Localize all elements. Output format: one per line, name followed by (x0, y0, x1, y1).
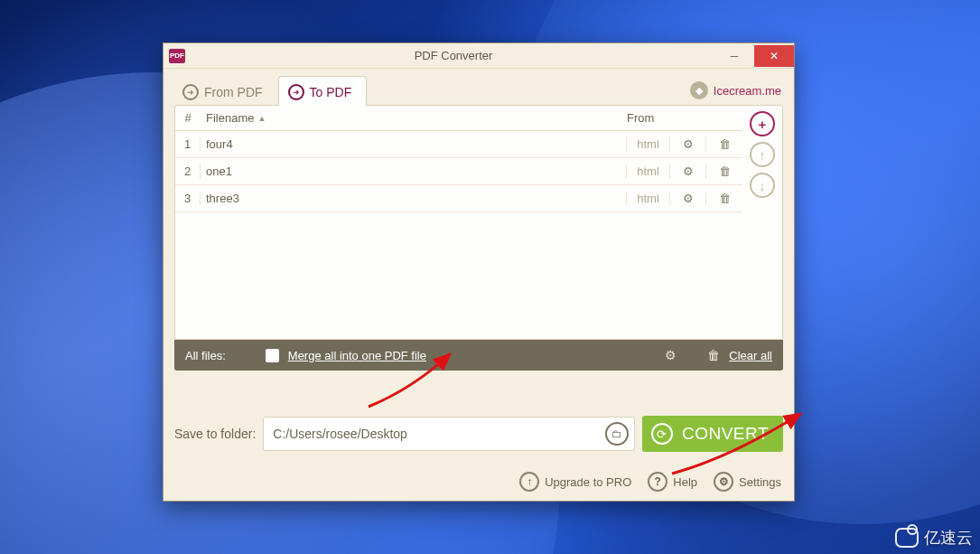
table-row[interactable]: 1 four4 html ⚙ 🗑 (175, 131, 742, 158)
icecream-label: Icecream.me (714, 84, 781, 98)
row-number: 1 (175, 137, 201, 151)
upgrade-button[interactable]: ↑ Upgrade to PRO (519, 472, 631, 492)
convert-icon: ⟳ (651, 423, 673, 445)
row-settings-button[interactable]: ⚙ (670, 137, 706, 151)
all-files-label: All files: (185, 349, 226, 362)
row-delete-button[interactable]: 🗑 (706, 164, 742, 178)
arrow-down-icon: ↓ (759, 178, 766, 193)
merge-label[interactable]: Merge all into one PDF file (288, 349, 426, 362)
arrow-up-icon: ↑ (519, 472, 539, 492)
question-icon: ? (648, 472, 667, 492)
side-buttons: + ↑ ↓ (742, 106, 782, 339)
save-label: Save to folder: (174, 427, 256, 441)
row-delete-button[interactable]: 🗑 (706, 137, 742, 151)
gear-icon: ⚙ (683, 137, 694, 151)
convert-label: CONVERT (682, 424, 769, 444)
file-list-frame: # Filename ▲ From 1 four4 html ⚙ 🗑 (174, 105, 783, 340)
to-pdf-icon: ➜ (288, 84, 304, 100)
settings-button[interactable]: ⚙ Settings (714, 472, 781, 492)
icecream-link[interactable]: ◆ Icecream.me (690, 81, 781, 99)
move-down-button[interactable]: ↓ (750, 173, 775, 198)
row-number: 3 (175, 192, 201, 205)
pdf-converter-window: PDF PDF Converter ─ ✕ ➜ From PDF ➜ To PD… (163, 42, 795, 502)
clear-all-button[interactable]: Clear all (729, 349, 772, 362)
save-path-input[interactable]: C:/Users/rosee/Desktop 🗀 (263, 417, 635, 451)
close-button[interactable]: ✕ (754, 45, 794, 67)
trash-icon: 🗑 (719, 164, 731, 178)
sort-ascending-icon: ▲ (257, 114, 266, 123)
settings-label: Settings (739, 475, 781, 489)
convert-button[interactable]: ⟳ CONVERT (642, 416, 783, 452)
arrow-up-icon: ↑ (759, 147, 766, 163)
minimize-button[interactable]: ─ (716, 45, 752, 67)
desktop-background: PDF PDF Converter ─ ✕ ➜ From PDF ➜ To PD… (0, 0, 980, 554)
gear-icon: ⚙ (683, 192, 694, 205)
move-up-button[interactable]: ↑ (750, 142, 775, 167)
row-delete-button[interactable]: 🗑 (706, 192, 742, 205)
save-row: Save to folder: C:/Users/rosee/Desktop 🗀… (174, 416, 783, 452)
watermark-icon (895, 528, 919, 548)
help-label: Help (673, 475, 697, 489)
titlebar: PDF PDF Converter ─ ✕ (163, 43, 794, 69)
row-number: 2 (175, 164, 201, 178)
gear-icon: ⚙ (714, 472, 733, 492)
row-filename: three3 (201, 192, 627, 205)
icecream-icon: ◆ (690, 81, 708, 99)
all-settings-button[interactable]: ⚙ (665, 348, 677, 362)
row-settings-button[interactable]: ⚙ (670, 192, 706, 205)
tab-from-pdf[interactable]: ➜ From PDF (173, 76, 278, 106)
plus-icon: + (759, 117, 767, 132)
trash-icon: 🗑 (719, 192, 731, 205)
col-from[interactable]: From (627, 111, 670, 125)
col-filename-label: Filename (206, 111, 254, 125)
window-title: PDF Converter (191, 49, 716, 62)
add-file-button[interactable]: + (750, 111, 775, 136)
table-row[interactable]: 3 three3 html ⚙ 🗑 (175, 185, 742, 212)
gear-icon: ⚙ (683, 164, 694, 178)
app-icon: PDF (169, 49, 185, 63)
all-delete-icon: 🗑 (707, 348, 720, 362)
footer: ↑ Upgrade to PRO ? Help ⚙ Settings (519, 472, 781, 492)
row-filename: four4 (201, 137, 627, 151)
watermark: 亿速云 (895, 527, 973, 549)
tab-row: ➜ From PDF ➜ To PDF ◆ Icecream.me (163, 69, 794, 105)
row-from: html (627, 192, 670, 205)
save-path-value: C:/Users/rosee/Desktop (273, 427, 605, 441)
trash-icon: 🗑 (719, 137, 731, 151)
folder-icon: 🗀 (611, 427, 622, 440)
table-row[interactable]: 2 one1 html ⚙ 🗑 (175, 158, 742, 185)
tab-from-pdf-label: From PDF (204, 85, 263, 99)
tab-to-pdf-label: To PDF (310, 85, 352, 99)
browse-folder-button[interactable]: 🗀 (605, 422, 629, 446)
all-files-bar: All files: Merge all into one PDF file ⚙… (174, 340, 783, 371)
help-button[interactable]: ? Help (648, 472, 697, 492)
upgrade-label: Upgrade to PRO (545, 475, 631, 489)
file-list-header: # Filename ▲ From (175, 106, 742, 131)
merge-checkbox[interactable] (266, 349, 279, 362)
gear-icon: ⚙ (665, 348, 677, 362)
watermark-text: 亿速云 (924, 527, 973, 549)
row-from: html (627, 164, 670, 178)
row-from: html (627, 137, 670, 151)
col-filename[interactable]: Filename ▲ (201, 111, 627, 125)
row-filename: one1 (201, 164, 627, 178)
row-settings-button[interactable]: ⚙ (670, 164, 706, 178)
col-number[interactable]: # (175, 111, 201, 125)
file-list: # Filename ▲ From 1 four4 html ⚙ 🗑 (175, 106, 742, 339)
from-pdf-icon: ➜ (182, 84, 199, 100)
tab-to-pdf[interactable]: ➜ To PDF (278, 76, 368, 106)
